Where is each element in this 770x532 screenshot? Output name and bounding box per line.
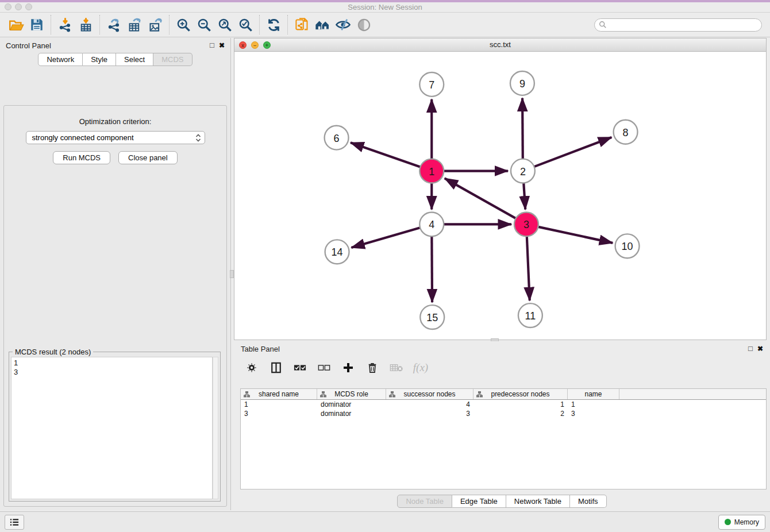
- graph-edge-2-9[interactable]: [522, 98, 523, 160]
- tab-network[interactable]: Network: [38, 53, 83, 66]
- table-row[interactable]: 3dominator323: [241, 409, 766, 418]
- graph-node-label-8: 8: [623, 127, 629, 138]
- memory-status-dot: [725, 519, 731, 525]
- result-scrollbar[interactable]: [213, 357, 218, 499]
- export-image-button[interactable]: [145, 14, 165, 35]
- graph-edge-4-14[interactable]: [351, 228, 421, 248]
- delete-rows-button[interactable]: [365, 360, 380, 375]
- graph-node-label-11: 11: [525, 310, 536, 322]
- show-all-button[interactable]: [353, 14, 374, 35]
- graph-node-label-9: 9: [519, 78, 525, 90]
- column-header-shared-name[interactable]: shared name: [241, 389, 317, 399]
- graph-edge-3-10[interactable]: [537, 226, 613, 242]
- zoom-in-button[interactable]: [173, 14, 194, 35]
- minimize-window-button[interactable]: [15, 3, 22, 10]
- network-window-titlebar[interactable]: x – + scc.txt: [234, 38, 766, 52]
- deselect-all-button[interactable]: [317, 360, 332, 375]
- eye-disabled-icon: [356, 17, 372, 33]
- select-all-button[interactable]: [292, 360, 307, 375]
- network-close-button[interactable]: x: [239, 41, 247, 49]
- tab-mcds[interactable]: MCDS: [153, 53, 192, 66]
- column-label: successor nodes: [403, 390, 455, 398]
- toolbar-separator: [169, 15, 170, 34]
- unchecked-boxes-icon: [318, 364, 330, 372]
- column-header-name[interactable]: name: [568, 389, 619, 399]
- status-bar: Memory: [0, 511, 770, 532]
- window-traffic-lights[interactable]: [5, 3, 32, 10]
- close-panel-button[interactable]: Close panel: [118, 151, 178, 164]
- network-window-title: scc.txt: [234, 38, 766, 51]
- optimization-criterion-dropdown[interactable]: strongly connected component: [26, 131, 205, 144]
- column-header-predecessor-nodes[interactable]: predecessor nodes: [473, 389, 568, 399]
- network-zoom-button[interactable]: +: [263, 41, 271, 49]
- clone-network-button[interactable]: [291, 14, 312, 35]
- network-minimize-button[interactable]: –: [251, 41, 259, 49]
- mcds-result-title: MCDS result (2 nodes): [13, 348, 93, 356]
- hide-selected-button[interactable]: [333, 14, 353, 35]
- zoom-fit-icon: [217, 17, 233, 33]
- splitter-handle-vertical[interactable]: [230, 270, 234, 278]
- cell-name: 3: [568, 409, 619, 418]
- run-mcds-button[interactable]: Run MCDS: [53, 151, 110, 164]
- clone-network-icon: [294, 17, 310, 33]
- network-canvas[interactable]: 7968124314101511: [234, 52, 766, 340]
- export-image-icon: [148, 17, 163, 33]
- memory-button[interactable]: Memory: [718, 515, 765, 530]
- tab-node-table[interactable]: Node Table: [397, 495, 452, 508]
- import-table-button[interactable]: [75, 14, 96, 35]
- close-table-panel-icon[interactable]: ✖: [757, 345, 763, 352]
- search-input[interactable]: [607, 20, 761, 30]
- column-header-MCDS-role[interactable]: MCDS role: [317, 389, 386, 399]
- import-network-button[interactable]: [55, 14, 75, 35]
- graph-node-label-1: 1: [429, 166, 434, 178]
- show-columns-button[interactable]: [268, 360, 283, 375]
- optimization-criterion-label: Optimization criterion:: [4, 117, 226, 126]
- table-panel: Table Panel □ ✖ f(x) shared: [234, 341, 770, 510]
- graph-node-label-6: 6: [334, 133, 340, 144]
- task-history-button[interactable]: [5, 515, 24, 530]
- mcds-result-group: MCDS result (2 nodes) 1 3: [9, 352, 221, 502]
- cell-predecessor-nodes: 2: [473, 409, 568, 418]
- float-table-panel-icon[interactable]: □: [748, 345, 753, 352]
- tab-network-table[interactable]: Network Table: [506, 495, 570, 508]
- tab-motifs[interactable]: Motifs: [570, 495, 607, 508]
- table-settings-button[interactable]: [244, 360, 259, 375]
- close-panel-icon[interactable]: ✖: [219, 42, 225, 49]
- tab-edge-table[interactable]: Edge Table: [452, 495, 506, 508]
- toolbar-separator: [259, 15, 260, 34]
- hierarchy-icon: [244, 391, 250, 398]
- zoom-window-button[interactable]: [25, 3, 32, 10]
- network-graph[interactable]: 7968124314101511: [234, 52, 766, 340]
- add-row-button[interactable]: [341, 360, 356, 375]
- graph-edge-3-11[interactable]: [527, 235, 530, 300]
- export-network-button[interactable]: [103, 14, 124, 35]
- open-session-button[interactable]: [6, 14, 26, 35]
- tab-select[interactable]: Select: [116, 53, 153, 66]
- zoom-out-button[interactable]: [194, 14, 214, 35]
- tab-style[interactable]: Style: [83, 53, 116, 66]
- search-field[interactable]: [594, 18, 762, 32]
- network-view-window: x – + scc.txt 7968124314101511: [234, 38, 767, 340]
- plus-icon: [342, 362, 354, 373]
- graph-edge-4-15[interactable]: [432, 235, 432, 302]
- column-header-successor-nodes[interactable]: successor nodes: [386, 389, 473, 399]
- mcds-result-text[interactable]: 1 3: [11, 357, 213, 499]
- graph-edge-2-3[interactable]: [523, 182, 525, 210]
- graph-edge-3-1[interactable]: [445, 178, 517, 219]
- graph-edge-1-6[interactable]: [351, 142, 421, 167]
- table-row[interactable]: 1dominator411: [241, 400, 766, 409]
- save-session-button[interactable]: [26, 14, 47, 35]
- control-panel: Control Panel □ ✖ NetworkStyleSelectMCDS…: [0, 38, 231, 510]
- home-layout-button[interactable]: [312, 14, 333, 35]
- column-label: name: [584, 390, 602, 398]
- graph-edge-2-8[interactable]: [533, 137, 612, 167]
- export-table-button[interactable]: [124, 14, 145, 35]
- delete-table-button[interactable]: [389, 360, 404, 375]
- node-table: shared nameMCDS rolesuccessor nodesprede…: [240, 388, 767, 489]
- float-panel-icon[interactable]: □: [210, 42, 214, 49]
- refresh-button[interactable]: [263, 14, 284, 35]
- zoom-fit-button[interactable]: [214, 14, 235, 35]
- close-window-button[interactable]: [5, 3, 11, 10]
- zoom-selected-button[interactable]: [235, 14, 256, 35]
- function-builder-button[interactable]: f(x): [413, 360, 428, 375]
